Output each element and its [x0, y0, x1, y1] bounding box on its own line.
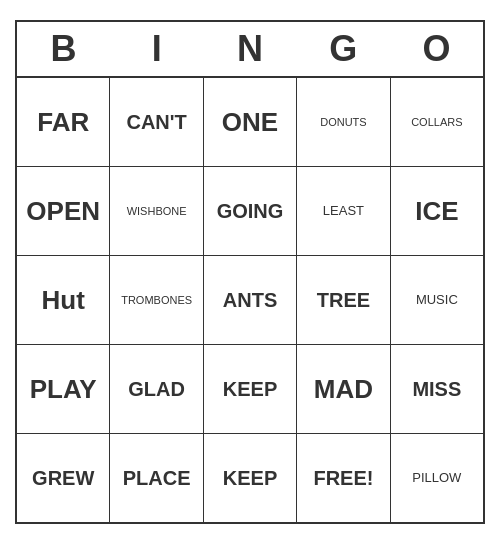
bingo-cell-1-4: ICE — [391, 167, 483, 255]
cell-text-0-4: COLLARS — [411, 116, 462, 128]
bingo-cell-2-3: TREE — [297, 256, 390, 344]
header-letter-b: B — [17, 22, 110, 76]
bingo-cell-2-4: MUSIC — [391, 256, 483, 344]
cell-text-3-4: MISS — [412, 378, 461, 400]
cell-text-4-3: FREE! — [313, 467, 373, 489]
cell-text-3-2: KEEP — [223, 378, 277, 400]
cell-text-3-1: GLAD — [128, 378, 185, 400]
bingo-row-0: FARCAN'TONEDONUTSCOLLARS — [17, 78, 483, 167]
bingo-cell-3-4: MISS — [391, 345, 483, 433]
bingo-cell-1-2: GOING — [204, 167, 297, 255]
bingo-cell-2-0: Hut — [17, 256, 110, 344]
bingo-cell-2-1: TROMBONES — [110, 256, 203, 344]
header-letter-i: I — [110, 22, 203, 76]
header-letter-o: O — [390, 22, 483, 76]
bingo-cell-1-3: LEAST — [297, 167, 390, 255]
cell-text-2-3: TREE — [317, 289, 370, 311]
bingo-grid: FARCAN'TONEDONUTSCOLLARSOPENWISHBONEGOIN… — [17, 78, 483, 522]
cell-text-4-4: PILLOW — [412, 471, 461, 485]
header-letter-n: N — [203, 22, 296, 76]
bingo-cell-3-1: GLAD — [110, 345, 203, 433]
cell-text-1-0: OPEN — [26, 197, 100, 226]
header-letter-g: G — [297, 22, 390, 76]
bingo-row-1: OPENWISHBONEGOINGLEASTICE — [17, 167, 483, 256]
cell-text-2-0: Hut — [42, 286, 85, 315]
bingo-cell-3-2: KEEP — [204, 345, 297, 433]
bingo-row-3: PLAYGLADKEEPMADMISS — [17, 345, 483, 434]
cell-text-0-0: FAR — [37, 108, 89, 137]
cell-text-0-3: DONUTS — [320, 116, 366, 128]
bingo-cell-3-0: PLAY — [17, 345, 110, 433]
cell-text-4-2: KEEP — [223, 467, 277, 489]
bingo-cell-1-1: WISHBONE — [110, 167, 203, 255]
cell-text-1-3: LEAST — [323, 204, 364, 218]
cell-text-2-2: ANTS — [223, 289, 277, 311]
bingo-cell-3-3: MAD — [297, 345, 390, 433]
bingo-cell-2-2: ANTS — [204, 256, 297, 344]
cell-text-4-0: GREW — [32, 467, 94, 489]
cell-text-2-4: MUSIC — [416, 293, 458, 307]
bingo-cell-4-4: PILLOW — [391, 434, 483, 522]
bingo-cell-0-0: FAR — [17, 78, 110, 166]
bingo-cell-0-1: CAN'T — [110, 78, 203, 166]
cell-text-0-2: ONE — [222, 108, 278, 137]
bingo-cell-4-1: PLACE — [110, 434, 203, 522]
bingo-row-2: HutTROMBONESANTSTREEMUSIC — [17, 256, 483, 345]
bingo-card: BINGO FARCAN'TONEDONUTSCOLLARSOPENWISHBO… — [15, 20, 485, 524]
bingo-cell-0-2: ONE — [204, 78, 297, 166]
cell-text-1-4: ICE — [415, 197, 458, 226]
bingo-cell-0-3: DONUTS — [297, 78, 390, 166]
bingo-cell-1-0: OPEN — [17, 167, 110, 255]
bingo-cell-4-3: FREE! — [297, 434, 390, 522]
bingo-cell-0-4: COLLARS — [391, 78, 483, 166]
cell-text-3-0: PLAY — [30, 375, 97, 404]
cell-text-4-1: PLACE — [123, 467, 191, 489]
cell-text-1-1: WISHBONE — [127, 205, 187, 217]
cell-text-1-2: GOING — [217, 200, 284, 222]
cell-text-0-1: CAN'T — [126, 111, 186, 133]
cell-text-2-1: TROMBONES — [121, 294, 192, 306]
bingo-header: BINGO — [17, 22, 483, 78]
bingo-row-4: GREWPLACEKEEPFREE!PILLOW — [17, 434, 483, 522]
bingo-cell-4-0: GREW — [17, 434, 110, 522]
cell-text-3-3: MAD — [314, 375, 373, 404]
bingo-cell-4-2: KEEP — [204, 434, 297, 522]
